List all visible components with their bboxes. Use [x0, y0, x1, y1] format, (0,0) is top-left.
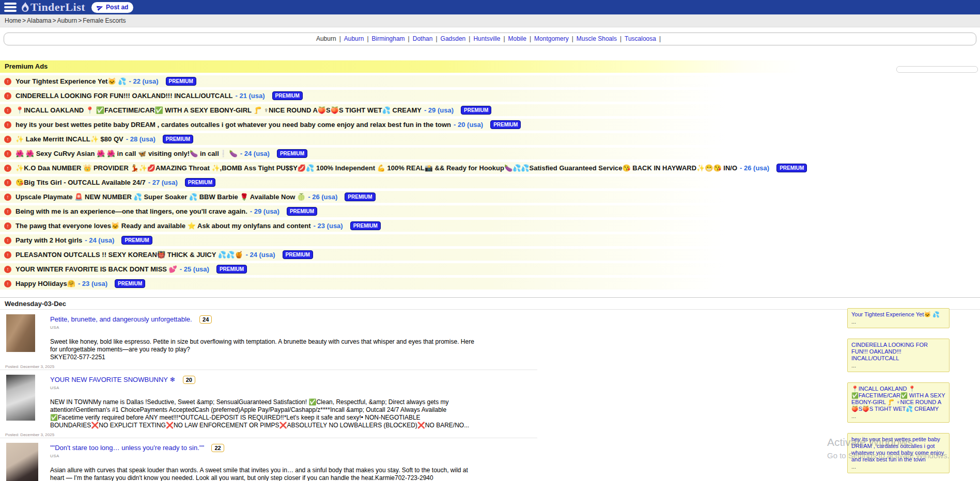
- paper-plane-icon: [97, 4, 103, 11]
- premium-ad-row: ↑ 😘Big Tits Girl - OUTCALL Available 24/…: [0, 177, 980, 188]
- sidebar-ad-title[interactable]: CINDERELLA LOOKING FOR FUN!!! OAKLAND!!!…: [851, 342, 945, 362]
- up-arrow-icon[interactable]: ↑: [4, 78, 11, 85]
- premium-ad-title[interactable]: Being with me is an experience—one that …: [15, 207, 247, 215]
- city-separator: |: [659, 35, 661, 42]
- city-link[interactable]: Tuscaloosa: [625, 35, 656, 42]
- listing-thumbnail[interactable]: [6, 314, 35, 352]
- site-logo[interactable]: TinderList: [21, 1, 85, 14]
- up-arrow-icon[interactable]: ↑: [4, 251, 11, 259]
- up-arrow-icon[interactable]: ↑: [4, 280, 11, 287]
- premium-badge[interactable]: PREMIUM: [283, 250, 313, 259]
- premium-badge[interactable]: PREMIUM: [166, 77, 196, 86]
- city-link[interactable]: Muscle Shoals: [577, 35, 617, 42]
- listing-posted-date: Posted: December 3, 2025: [5, 364, 54, 369]
- premium-badge[interactable]: PREMIUM: [461, 106, 491, 115]
- up-arrow-icon[interactable]: ↑: [4, 136, 11, 143]
- sidebar-ad-title[interactable]: Your Tightest Experience Yet🐱 💦: [851, 311, 945, 318]
- city-link[interactable]: Dothan: [413, 35, 433, 42]
- up-arrow-icon[interactable]: ↑: [4, 92, 11, 100]
- city-separator: |: [572, 35, 573, 42]
- date-header: Wednesday-03-Dec: [0, 297, 980, 310]
- premium-ad-title[interactable]: Upscale Playmate 🚨 NEW NUMBER 💦 Super So…: [15, 193, 305, 201]
- breadcrumb-item[interactable]: Auburn: [57, 17, 77, 24]
- premium-badge[interactable]: PREMIUM: [277, 149, 307, 158]
- premium-badge[interactable]: PREMIUM: [490, 120, 521, 129]
- premium-ad-age: - 29 (usa): [250, 207, 279, 215]
- up-arrow-icon[interactable]: ↑: [4, 266, 11, 273]
- premium-ad-title[interactable]: The pawg that everyone loves🐱 Ready and …: [15, 222, 311, 230]
- city-link[interactable]: Gadsden: [441, 35, 466, 42]
- up-arrow-icon[interactable]: ↑: [4, 150, 11, 157]
- premium-ad-title[interactable]: Your Tightest Experience Yet🐱 💦: [15, 77, 127, 85]
- listing-title-link[interactable]: Petite, brunette, and dangerously unforg…: [50, 315, 192, 323]
- premium-ad-title[interactable]: ✨K.O Daa NUMBER 👑 PROVIDER 💃✨💋AMAZING Th…: [15, 164, 737, 172]
- sidebar-ad-more[interactable]: ...: [851, 463, 945, 470]
- premium-ad-title[interactable]: Happy HOlidays🤗: [15, 280, 75, 287]
- premium-ad-title[interactable]: 📍INCALL OAKLAND 📍 ✅FACETIME/CAR✅ WITH A …: [15, 106, 422, 114]
- sidebar-ad-title[interactable]: 📍INCALL OAKLAND 📍 ✅FACETIME/CAR✅ WITH A …: [851, 386, 945, 412]
- listing-description: Sweet like honey, bold like espresso. Pe…: [50, 338, 475, 361]
- sidebar-ad-more[interactable]: ...: [851, 362, 945, 369]
- breadcrumb-separator: >: [22, 17, 26, 24]
- premium-ad-title[interactable]: PLEASANTON OUTCALLS !! SEXY KOREAN👹 THIC…: [15, 251, 243, 259]
- premium-badge[interactable]: PREMIUM: [350, 221, 381, 230]
- city-separator: |: [435, 35, 437, 42]
- premium-ad-age: - 24 (usa): [85, 236, 114, 244]
- listing-title-link[interactable]: YOUR NEW FAVORITE SNOWBUNNY ❄: [50, 376, 175, 383]
- breadcrumb-item[interactable]: Alabama: [27, 17, 51, 24]
- premium-ad-title[interactable]: 🌺 🌺 Sexy CuRvy Asian 🌺 🌺 in call 🦋 visit…: [15, 150, 238, 157]
- listing-title-link[interactable]: ""Don't stare too long… unless you're re…: [50, 444, 204, 452]
- city-link[interactable]: Huntsville: [473, 35, 500, 42]
- breadcrumb-item[interactable]: Home: [5, 17, 21, 24]
- listing-item: YOUR NEW FAVORITE SNOWBUNNY ❄ 20 USA NEW…: [0, 370, 537, 438]
- premium-badge[interactable]: PREMIUM: [345, 193, 375, 201]
- city-link[interactable]: Birmingham: [372, 35, 405, 42]
- listing-country: USA: [50, 386, 537, 390]
- premium-badge[interactable]: PREMIUM: [287, 207, 317, 216]
- premium-ad-title[interactable]: ✨ Lake Merritt INCALL✨ $80 QV: [15, 135, 123, 143]
- sidebar-ad-more[interactable]: ...: [851, 318, 945, 325]
- premium-ad-age: - 24 (usa): [245, 251, 275, 259]
- up-arrow-icon[interactable]: ↑: [4, 237, 11, 244]
- listing-posted-date: Posted: December 3, 2025: [5, 432, 54, 437]
- premium-ad-title[interactable]: 😘Big Tits Girl - OUTCALL Available 24/7: [15, 179, 146, 186]
- premium-badge[interactable]: PREMIUM: [121, 236, 152, 245]
- premium-badge[interactable]: PREMIUM: [163, 135, 193, 143]
- up-arrow-icon[interactable]: ↑: [4, 194, 11, 201]
- up-arrow-icon[interactable]: ↑: [4, 208, 11, 215]
- listing-phone: SKYE702-577-2251: [50, 354, 475, 361]
- menu-icon[interactable]: [4, 3, 17, 12]
- post-ad-button[interactable]: Post ad: [91, 2, 133, 13]
- horizontal-scrollbar[interactable]: [896, 66, 978, 73]
- premium-ad-row: ↑ ✨ Lake Merritt INCALL✨ $80 QV - 28 (us…: [0, 133, 980, 145]
- premium-badge[interactable]: PREMIUM: [776, 164, 807, 172]
- flame-icon: [21, 2, 29, 12]
- up-arrow-icon[interactable]: ↑: [4, 107, 11, 114]
- premium-ad-title[interactable]: YOUR WINTER FAVORITE IS BACK DONT MISS 💕: [15, 265, 177, 273]
- sidebar-ad-more[interactable]: ...: [851, 413, 945, 420]
- site-logo-text: TinderList: [30, 1, 85, 14]
- premium-badge[interactable]: PREMIUM: [115, 279, 145, 288]
- listing-description: NEW IN TOWNMy name is Dallas !Seductive,…: [50, 398, 475, 429]
- up-arrow-icon[interactable]: ↑: [4, 179, 11, 186]
- premium-badge[interactable]: PREMIUM: [185, 178, 215, 187]
- premium-ad-row: ↑ Your Tightest Experience Yet🐱 💦 - 22 (…: [0, 75, 980, 87]
- sidebar-ad-box: Your Tightest Experience Yet🐱 💦 ...: [847, 308, 950, 328]
- city-link[interactable]: Auburn: [344, 35, 364, 42]
- up-arrow-icon[interactable]: ↑: [4, 165, 11, 172]
- premium-ad-title[interactable]: hey its your best wettes petite baby DRE…: [15, 121, 451, 129]
- listings: Petite, brunette, and dangerously unforg…: [0, 310, 980, 481]
- up-arrow-icon[interactable]: ↑: [4, 121, 11, 129]
- premium-ad-title[interactable]: CINDERELLA LOOKING FOR FUN!!! OAKLAND!!!…: [15, 92, 233, 100]
- listing-thumbnail[interactable]: [6, 443, 38, 481]
- breadcrumb-separator: >: [78, 17, 82, 24]
- city-link[interactable]: Montgomery: [534, 35, 569, 42]
- city-link[interactable]: Mobile: [508, 35, 526, 42]
- age-badge: 24: [199, 315, 212, 324]
- sidebar-ad-title[interactable]: hey its your best wettes petite baby DRE…: [851, 436, 945, 463]
- premium-badge[interactable]: PREMIUM: [272, 91, 303, 100]
- up-arrow-icon[interactable]: ↑: [4, 222, 11, 230]
- listing-thumbnail[interactable]: [6, 375, 35, 421]
- premium-badge[interactable]: PREMIUM: [216, 265, 247, 274]
- premium-ad-title[interactable]: Party with 2 Hot girls: [15, 236, 82, 244]
